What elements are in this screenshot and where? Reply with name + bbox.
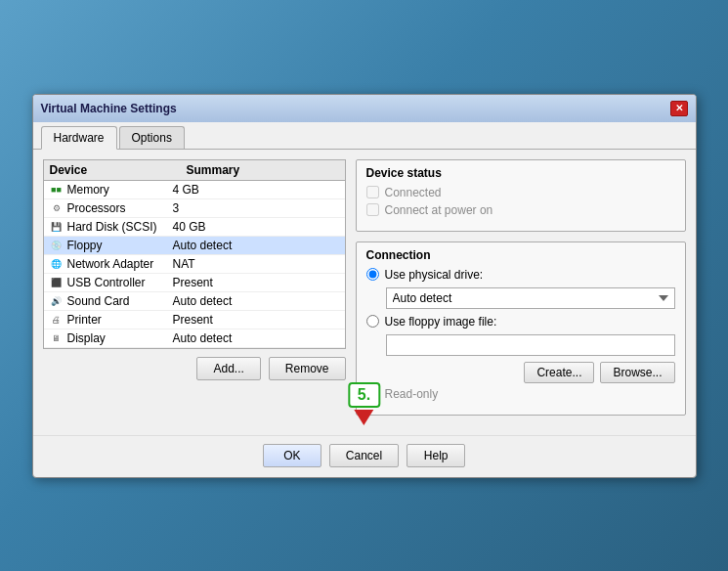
usb-icon: ⬛ — [50, 276, 64, 289]
table-row[interactable]: 🔊 Sound Card Auto detect — [44, 292, 345, 311]
connect-power-label: Connect at power on — [385, 203, 493, 217]
device-status-title: Device status — [366, 166, 675, 180]
table-row[interactable]: ⬛ USB Controller Present — [44, 274, 345, 292]
header-device: Device — [50, 163, 187, 177]
device-status-group: Device status Connected Connect at power… — [356, 159, 686, 232]
step-label: 5. — [348, 382, 380, 408]
left-panel: Device Summary ■■ Memory 4 GB ⚙ Processo… — [43, 159, 346, 425]
connected-row: Connected — [366, 186, 675, 199]
physical-drive-row: Use physical drive: — [366, 268, 675, 282]
physical-drive-label: Use physical drive: — [385, 268, 484, 282]
table-row[interactable]: ■■ Memory 4 GB — [44, 181, 345, 199]
tab-options[interactable]: Options — [119, 126, 185, 149]
header-summary: Summary — [187, 163, 339, 177]
remove-button[interactable]: Remove — [269, 357, 346, 380]
table-row[interactable]: ⚙ Processors 3 — [44, 199, 345, 218]
connected-label: Connected — [385, 186, 442, 199]
virtual-machine-settings-window: Virtual Machine Settings ✕ Hardware Opti… — [32, 94, 697, 478]
image-file-row: Use floppy image file: — [366, 315, 675, 329]
display-icon: 🖥 — [50, 331, 64, 345]
device-table: Device Summary ■■ Memory 4 GB ⚙ Processo… — [43, 159, 346, 349]
readonly-label: Read-only — [385, 387, 439, 401]
table-row-floppy[interactable]: 💿 Floppy Auto detect — [44, 237, 345, 255]
connect-power-checkbox[interactable] — [366, 203, 379, 216]
add-button[interactable]: Add... — [196, 357, 260, 380]
sound-icon: 🔊 — [50, 294, 64, 308]
image-file-buttons: Create... Browse... — [386, 362, 675, 383]
floppy-icon: 💿 — [50, 239, 64, 252]
step-indicator: 5. — [348, 382, 380, 425]
connection-title: Connection — [366, 248, 675, 262]
step-arrow — [355, 410, 374, 425]
right-panel: Device status Connected Connect at power… — [356, 159, 686, 425]
browse-button[interactable]: Browse... — [600, 362, 674, 383]
physical-drive-radio[interactable] — [366, 268, 379, 281]
printer-icon: 🖨 — [50, 313, 64, 327]
window-title: Virtual Machine Settings — [41, 102, 177, 115]
table-header: Device Summary — [44, 160, 345, 181]
bottom-buttons: 5. OK Cancel Help — [33, 435, 696, 477]
help-button[interactable]: Help — [407, 444, 465, 467]
physical-drive-select[interactable]: Auto detect — [386, 287, 675, 309]
ok-button[interactable]: OK — [263, 444, 321, 467]
physical-drive-controls: Auto detect — [366, 287, 675, 315]
memory-icon: ■■ — [50, 183, 64, 197]
connect-power-row: Connect at power on — [366, 203, 675, 217]
table-row[interactable]: 🖥 Display Auto detect — [44, 329, 345, 348]
cancel-button[interactable]: Cancel — [329, 444, 399, 467]
close-button[interactable]: ✕ — [670, 101, 688, 116]
image-file-controls: Create... Browse... — [366, 334, 675, 383]
tabs-container: Hardware Options — [33, 122, 696, 150]
tab-hardware[interactable]: Hardware — [41, 126, 117, 150]
title-bar: Virtual Machine Settings ✕ — [33, 95, 696, 122]
readonly-row: Read-only — [366, 387, 675, 401]
harddisk-icon: 💾 — [50, 220, 64, 234]
table-row[interactable]: 💾 Hard Disk (SCSI) 40 GB — [44, 218, 345, 237]
connection-group: Connection Use physical drive: Auto dete… — [356, 242, 686, 416]
image-file-label: Use floppy image file: — [385, 315, 497, 329]
connected-checkbox[interactable] — [366, 186, 379, 198]
image-file-input[interactable] — [386, 334, 675, 356]
table-row[interactable]: 🌐 Network Adapter NAT — [44, 255, 345, 274]
table-row[interactable]: 🖨 Printer Present — [44, 311, 345, 329]
processor-icon: ⚙ — [50, 201, 64, 215]
network-icon: 🌐 — [50, 257, 64, 271]
image-file-radio[interactable] — [366, 315, 379, 328]
create-button[interactable]: Create... — [524, 362, 594, 383]
left-button-group: Add... Remove — [43, 357, 346, 380]
